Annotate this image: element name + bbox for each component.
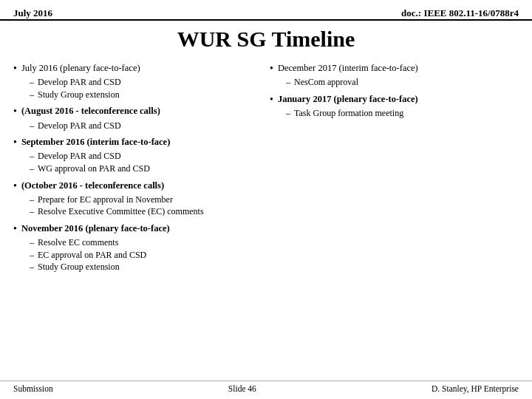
bullet-main: •November 2016 (plenary face-to-face): [13, 222, 262, 236]
sub-dash: –: [30, 206, 34, 218]
bullet-dot: •: [270, 93, 273, 106]
bullet-main: •September 2016 (interim face-to-face): [13, 136, 262, 149]
sub-list: –Prepare for EC approval in November–Res…: [30, 194, 262, 218]
sub-list: –Develop PAR and CSD–Study Group extensi…: [30, 77, 262, 100]
list-item: •(August 2016 - teleconference calls)–De…: [13, 105, 262, 132]
list-item: •November 2016 (plenary face-to-face)–Re…: [13, 222, 262, 273]
list-item: •December 2017 (interim face-to-face)–Ne…: [270, 62, 519, 89]
list-item: •September 2016 (interim face-to-face)–D…: [13, 136, 262, 174]
sub-item: –Study Group extension: [30, 262, 262, 273]
bullet-main: •July 2016 (plenary face-to-face): [13, 62, 262, 75]
sub-dash: –: [286, 108, 290, 120]
list-item: •(October 2016 - teleconference calls)–P…: [13, 180, 262, 218]
slide: July 2016 doc.: IEEE 802.11-16/0788r4 WU…: [0, 0, 532, 399]
sub-text: WG approval on PAR and CSD: [38, 163, 150, 175]
sub-item: –Develop PAR and CSD: [30, 120, 262, 132]
sub-text: EC approval on PAR and CSD: [38, 250, 146, 262]
sub-dash: –: [30, 250, 34, 262]
sub-dash: –: [30, 120, 34, 132]
bullet-main: •(August 2016 - teleconference calls): [13, 105, 262, 118]
sub-text: Develop PAR and CSD: [38, 120, 121, 132]
list-item: •July 2016 (plenary face-to-face)–Develo…: [13, 62, 262, 100]
bullet-main: •December 2017 (interim face-to-face): [270, 62, 519, 75]
sub-dash: –: [30, 163, 34, 175]
bullet-text: (October 2016 - teleconference calls): [21, 180, 164, 191]
slide-footer: Submission Slide 46 D. Stanley, HP Enter…: [0, 381, 532, 393]
sub-item: –Develop PAR and CSD: [30, 151, 262, 163]
header-doc: doc.: IEEE 802.11-16/0788r4: [401, 7, 519, 19]
sub-text: Study Group extension: [38, 262, 120, 273]
bullet-dot: •: [270, 62, 273, 75]
sub-dash: –: [30, 151, 34, 163]
sub-list: –NesCom approval: [286, 77, 519, 89]
sub-text: Prepare for EC approval in November: [38, 194, 173, 206]
sub-text: Develop PAR and CSD: [38, 77, 121, 89]
left-column: •July 2016 (plenary face-to-face)–Develo…: [13, 62, 262, 278]
sub-item: –Task Group formation meeting: [286, 108, 519, 120]
sub-text: Resolve Executive Committee (EC) comment…: [38, 206, 204, 218]
sub-list: –Develop PAR and CSD–WG approval on PAR …: [30, 151, 262, 174]
sub-text: Resolve EC comments: [38, 237, 118, 249]
bullet-dot: •: [13, 222, 17, 236]
sub-text: Develop PAR and CSD: [38, 151, 121, 163]
sub-dash: –: [30, 89, 34, 101]
sub-item: –Resolve Executive Committee (EC) commen…: [30, 206, 262, 218]
sub-text: Task Group formation meeting: [294, 108, 403, 120]
sub-text: Study Group extension: [38, 89, 120, 101]
bullet-dot: •: [13, 180, 17, 193]
slide-header: July 2016 doc.: IEEE 802.11-16/0788r4: [0, 0, 532, 21]
sub-item: –Develop PAR and CSD: [30, 77, 262, 89]
bullet-dot: •: [13, 62, 17, 75]
sub-dash: –: [286, 77, 290, 89]
sub-dash: –: [30, 77, 34, 89]
bullet-text: January 2017 (plenary face-to-face): [278, 93, 418, 105]
sub-item: –WG approval on PAR and CSD: [30, 163, 262, 175]
bullet-text: (August 2016 - teleconference calls): [21, 105, 160, 117]
footer-left: Submission: [13, 384, 53, 393]
sub-dash: –: [30, 194, 34, 206]
bullet-main: •January 2017 (plenary face-to-face): [270, 93, 519, 106]
content-area: •July 2016 (plenary face-to-face)–Develo…: [0, 62, 532, 278]
sub-list: –Develop PAR and CSD: [30, 120, 262, 132]
bullet-text: September 2016 (interim face-to-face): [21, 136, 170, 148]
sub-list: –Resolve EC comments–EC approval on PAR …: [30, 237, 262, 273]
sub-text: NesCom approval: [294, 77, 358, 89]
footer-center: Slide 46: [228, 384, 256, 393]
bullet-main: •(October 2016 - teleconference calls): [13, 180, 262, 193]
bullet-dot: •: [13, 136, 17, 149]
sub-item: –Study Group extension: [30, 89, 262, 101]
bullet-text: November 2016 (plenary face-to-face): [21, 222, 170, 234]
sub-item: –Resolve EC comments: [30, 237, 262, 249]
header-date: July 2016: [13, 7, 52, 19]
sub-dash: –: [30, 237, 34, 249]
sub-item: –EC approval on PAR and CSD: [30, 250, 262, 262]
bullet-dot: •: [13, 105, 17, 118]
sub-item: –Prepare for EC approval in November: [30, 194, 262, 206]
list-item: •January 2017 (plenary face-to-face)–Tas…: [270, 93, 519, 120]
right-column: •December 2017 (interim face-to-face)–Ne…: [270, 62, 519, 278]
bullet-text: December 2017 (interim face-to-face): [278, 62, 418, 74]
footer-right: D. Stanley, HP Enterprise: [432, 384, 519, 393]
sub-list: –Task Group formation meeting: [286, 108, 519, 120]
bullet-text: July 2016 (plenary face-to-face): [21, 62, 140, 74]
sub-item: –NesCom approval: [286, 77, 519, 89]
slide-title: WUR SG Timeline: [0, 27, 532, 52]
sub-dash: –: [30, 262, 34, 273]
